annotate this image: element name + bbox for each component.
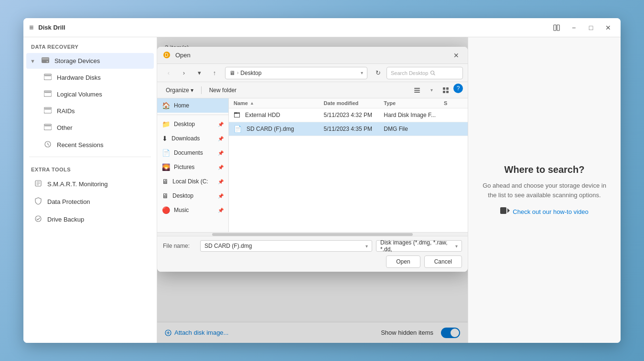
- file-row-sd-card[interactable]: 📄 SD CARD (F).dmg 5/11/2023 4:35 PM DMG …: [229, 122, 468, 136]
- refresh-button[interactable]: ↻: [371, 66, 385, 80]
- breadcrumb[interactable]: 🖥 › Desktop ▾: [225, 67, 367, 79]
- sidebar-item-logical-volumes[interactable]: Logical Volumes: [26, 86, 154, 102]
- filename-row: File name: SD CARD (F).dmg ▾ Disk images…: [163, 240, 462, 252]
- file-row-external-hdd[interactable]: 🗔 External HDD 5/11/2023 4:32 PM Hard Di…: [229, 108, 468, 122]
- app-title: Disk Drill: [38, 24, 550, 31]
- file-date-sd-card: 5/11/2023 4:35 PM: [324, 126, 384, 132]
- sidebar-item-storage-devices[interactable]: ▼ Storage Devices: [26, 53, 154, 69]
- nav-back-button[interactable]: ‹: [162, 66, 175, 80]
- dialog-close-button[interactable]: ✕: [451, 50, 462, 61]
- horizontal-scrollbar[interactable]: [212, 233, 413, 236]
- new-folder-button[interactable]: New folder: [205, 85, 240, 95]
- svg-point-20: [431, 71, 434, 74]
- minimize-button[interactable]: −: [567, 21, 580, 34]
- svg-rect-21: [414, 88, 420, 89]
- dialog-body: 🏠 Home 📁 Desktop 📌 ⬇: [157, 98, 468, 232]
- dialog-sidebar-pictures[interactable]: 🌄 Pictures 📌: [157, 160, 228, 174]
- filename-chevron-icon: ▾: [365, 244, 368, 249]
- file-date-external-hdd: 5/11/2023 4:32 PM: [324, 112, 384, 118]
- dialog-sidebar-home[interactable]: 🏠 Home: [157, 98, 228, 113]
- sidebar-item-recent-sessions[interactable]: Recent Sessions: [26, 137, 154, 153]
- cancel-button[interactable]: Cancel: [424, 255, 462, 268]
- close-button[interactable]: ✕: [601, 21, 615, 34]
- local-disk-icon: 🖥: [162, 178, 169, 185]
- view-grid-button[interactable]: [439, 84, 452, 97]
- maximize-button[interactable]: □: [584, 21, 598, 34]
- dialog-sidebar-desktop2[interactable]: 🖥 Desktop 📌: [157, 189, 228, 203]
- documents-icon: 📄: [162, 149, 170, 157]
- svg-rect-28: [500, 207, 506, 214]
- sidebar-item-raids[interactable]: RAIDs: [26, 103, 154, 119]
- pictures-icon: 🌄: [162, 163, 170, 171]
- sidebar-item-drive-backup[interactable]: Drive Backup: [26, 211, 154, 228]
- sidebar-item-logical-volumes-label: Logical Volumes: [57, 91, 102, 98]
- svg-rect-3: [42, 58, 49, 60]
- backup-icon: [34, 215, 43, 224]
- sidebar-item-data-protection-label: Data Protection: [47, 198, 90, 205]
- file-list-header: Name ▲ Date modified Type S: [229, 98, 468, 108]
- book-button[interactable]: [550, 21, 563, 34]
- search-bar[interactable]: Search Desktop: [386, 67, 463, 79]
- sidebar-item-other[interactable]: Other: [26, 120, 154, 136]
- disk-icon-hardware: [43, 74, 52, 82]
- file-col-name-header: Name ▲: [234, 100, 324, 106]
- menu-icon[interactable]: ≡: [29, 23, 33, 32]
- view-list-button[interactable]: [410, 84, 424, 97]
- svg-rect-1: [557, 25, 559, 31]
- file-col-size-header: S: [444, 100, 463, 106]
- nav-dropdown-button[interactable]: ▾: [193, 66, 206, 80]
- content-area: 3 item(s) Device/Disk ↓ Type Connection/…: [157, 37, 468, 343]
- dialog-sidebar-downloads[interactable]: ⬇ Downloads 📌: [157, 131, 228, 146]
- dialog-sidebar: 🏠 Home 📁 Desktop 📌 ⬇: [157, 98, 229, 232]
- howto-video-link[interactable]: Check out our how-to video: [500, 207, 588, 216]
- svg-rect-8: [44, 92, 51, 93]
- file-type-sd-card: DMG File: [384, 126, 444, 132]
- dialog-sidebar-desktop[interactable]: 📁 Desktop 📌: [157, 117, 228, 131]
- sidebar-divider-2: [157, 115, 228, 115]
- svg-marker-29: [507, 208, 510, 213]
- dialog-overlay: D Open ✕ ‹ › ▾ ↑ 🖥 ›: [157, 37, 468, 343]
- sidebar-item-raids-label: RAIDs: [57, 107, 75, 115]
- dialog-sidebar-documents[interactable]: 📄 Documents 📌: [157, 146, 228, 160]
- new-folder-label: New folder: [209, 87, 236, 94]
- extra-tools-section-label: Extra tools: [23, 160, 157, 175]
- nav-forward-button[interactable]: ›: [177, 66, 191, 80]
- nav-up-button[interactable]: ↑: [208, 66, 221, 80]
- sidebar-item-storage-devices-label: Storage Devices: [54, 57, 100, 64]
- sidebar-item-hardware-disks[interactable]: Hardware Disks: [26, 70, 154, 85]
- open-button[interactable]: Open: [386, 255, 420, 268]
- svg-rect-24: [443, 87, 445, 90]
- svg-rect-25: [446, 87, 449, 90]
- filetype-select[interactable]: Disk images (*.dmg, *.raw, *.dd, ▾: [376, 240, 462, 252]
- downloads-icon: ⬇: [162, 135, 168, 142]
- svg-point-4: [46, 61, 48, 63]
- organize-arrow-icon: ▾: [191, 87, 193, 94]
- breadcrumb-computer-icon: 🖥: [229, 70, 235, 76]
- organize-button[interactable]: Organize ▾: [162, 85, 197, 95]
- sidebar-item-drive-backup-label: Drive Backup: [47, 216, 84, 223]
- help-button[interactable]: ?: [453, 84, 463, 93]
- scrollbar-area: [157, 232, 468, 236]
- filename-input[interactable]: SD CARD (F).dmg ▾: [200, 240, 372, 252]
- window-controls: − □ ✕: [550, 21, 615, 34]
- dialog-app-icon: D: [163, 51, 172, 60]
- dialog-sidebar-music[interactable]: 🔴 Music 📌: [157, 203, 228, 217]
- desktop2-icon: 🖥: [162, 192, 169, 200]
- music-icon: 🔴: [162, 206, 170, 214]
- file-col-date-header: Date modified: [324, 100, 384, 106]
- dialog-sidebar-home-label: Home: [174, 102, 189, 109]
- chevron-down-icon: ▼: [30, 58, 35, 64]
- footer-buttons: Open Cancel: [163, 255, 462, 268]
- title-bar: ≡ Disk Drill − □ ✕: [23, 18, 621, 37]
- filetype-value: Disk images (*.dmg, *.raw, *.dd,: [380, 239, 455, 253]
- dialog-sidebar-desktop-label: Desktop: [174, 121, 195, 127]
- dialog-sidebar-local-disk[interactable]: 🖥 Local Disk (C: 📌: [157, 174, 228, 189]
- toolbar-separator: [201, 86, 202, 94]
- sidebar-item-data-protection[interactable]: Data Protection: [26, 193, 154, 210]
- sidebar-item-hardware-disks-label: Hardware Disks: [57, 74, 101, 81]
- search-placeholder: Search Desktop: [391, 70, 428, 76]
- sidebar-item-smart-monitoring[interactable]: S.M.A.R.T. Monitoring: [26, 176, 154, 192]
- svg-rect-12: [44, 125, 51, 127]
- disk-icon-other: [43, 124, 52, 132]
- where-to-search-title: Where to search?: [504, 164, 585, 175]
